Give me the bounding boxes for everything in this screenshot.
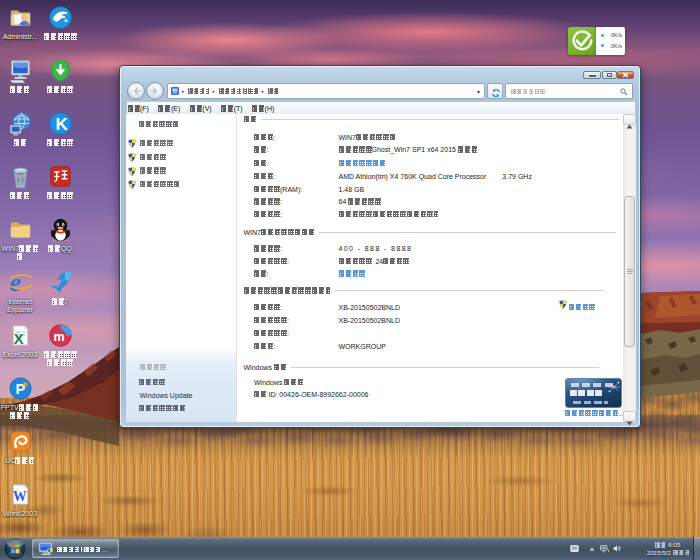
svg-text:X: X <box>13 331 23 347</box>
svg-text:m: m <box>53 330 64 344</box>
svg-text:e: e <box>9 270 21 295</box>
svg-text:K: K <box>55 115 68 134</box>
svg-text:W: W <box>13 489 27 504</box>
